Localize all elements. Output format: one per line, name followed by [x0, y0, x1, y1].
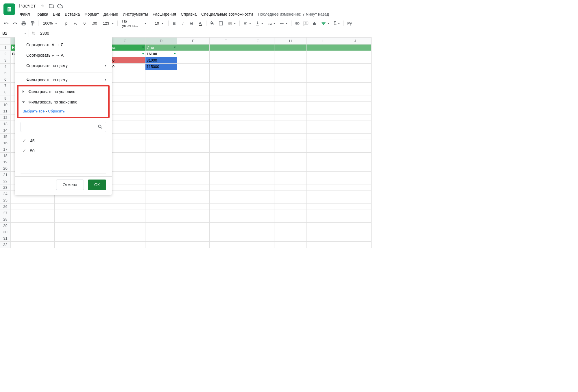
col-header-D[interactable]: D — [145, 38, 177, 45]
reset-link[interactable]: Сбросить — [48, 109, 65, 113]
menu-extensions[interactable]: Расширения — [151, 11, 178, 18]
col-header-J[interactable]: J — [339, 38, 372, 45]
formula-input[interactable]: 2300 — [38, 31, 385, 36]
row-header[interactable]: 16 — [0, 140, 11, 146]
filter-icon[interactable]: ▾ — [142, 45, 144, 49]
filter-by-condition[interactable]: Фильтровать по условию — [19, 86, 108, 97]
cell[interactable]: 115000 — [145, 64, 177, 70]
row-header[interactable]: 18 — [0, 153, 11, 159]
row-header[interactable]: 30 — [0, 229, 11, 235]
search-icon[interactable] — [97, 124, 103, 131]
menu-view[interactable]: Вид — [51, 11, 62, 18]
valign-icon[interactable] — [254, 19, 265, 27]
row-header[interactable]: 13 — [0, 121, 11, 127]
col-header-G[interactable]: G — [242, 38, 274, 45]
row-header[interactable]: 8 — [0, 89, 11, 95]
menu-help[interactable]: Справка — [179, 11, 199, 18]
cell[interactable]: 16100▾ — [145, 51, 177, 57]
number-format-select[interactable]: 123 — [100, 19, 116, 27]
print-icon[interactable] — [20, 19, 28, 27]
cancel-button[interactable]: Отмена — [56, 180, 84, 190]
row-header[interactable]: 2 — [0, 51, 11, 57]
text-color-icon[interactable]: A — [196, 19, 204, 27]
filter-value-item[interactable]: ✓45 — [21, 136, 106, 146]
row-header[interactable]: 21 — [0, 172, 11, 178]
ok-button[interactable]: ОК — [88, 180, 106, 190]
percent-button[interactable]: % — [71, 19, 80, 27]
comment-icon[interactable] — [302, 19, 310, 27]
functions-icon[interactable]: Σ — [332, 19, 342, 27]
sheets-logo[interactable] — [3, 3, 15, 15]
row-header[interactable]: 22 — [0, 178, 11, 184]
cloud-icon[interactable] — [57, 3, 63, 9]
row-header[interactable]: 11 — [0, 108, 11, 114]
row-header[interactable]: 3 — [0, 57, 11, 64]
row-header[interactable]: 32 — [0, 242, 11, 248]
cell[interactable]: 81000 — [145, 57, 177, 64]
row-header[interactable]: 20 — [0, 165, 11, 172]
row-header[interactable]: 9 — [0, 95, 11, 102]
fontsize-select[interactable]: 10 — [152, 19, 167, 27]
row-header[interactable]: 15 — [0, 134, 11, 140]
borders-icon[interactable] — [217, 19, 225, 27]
star-icon[interactable]: ☆ — [40, 3, 46, 9]
strikethrough-icon[interactable]: S — [188, 19, 196, 27]
row-header[interactable]: 28 — [0, 216, 11, 223]
undo-icon[interactable] — [2, 19, 10, 27]
fill-color-icon[interactable] — [208, 19, 216, 27]
halign-icon[interactable] — [241, 19, 253, 27]
scripts-button[interactable]: Рy — [346, 19, 354, 27]
row-header[interactable]: 6 — [0, 76, 11, 83]
menu-edit[interactable]: Правка — [32, 11, 50, 18]
decrease-decimal-icon[interactable]: .0 — [80, 19, 89, 27]
sort-az[interactable]: Сортировать А → Я — [15, 40, 112, 50]
zoom-select[interactable]: 100% — [40, 19, 59, 27]
row-header[interactable]: 24 — [0, 191, 11, 197]
col-header-H[interactable]: H — [274, 38, 307, 45]
row-header[interactable]: 26 — [0, 204, 11, 210]
row-header[interactable]: 14 — [0, 127, 11, 134]
menu-tools[interactable]: Инструменты — [121, 11, 150, 18]
rotate-icon[interactable] — [278, 19, 289, 27]
cell[interactable]: Итог▾ — [145, 45, 177, 51]
row-header[interactable]: 25 — [0, 197, 11, 204]
filter-by-value[interactable]: Фильтровать по значению — [19, 97, 108, 107]
italic-icon[interactable]: I — [179, 19, 187, 27]
sort-by-color[interactable]: Сортировать по цвету — [15, 60, 112, 71]
col-header-E[interactable]: E — [177, 38, 210, 45]
filter-icon[interactable]: ▾ — [174, 45, 176, 49]
filter-by-color[interactable]: Фильтровать по цвету — [15, 75, 112, 85]
cell[interactable] — [177, 45, 210, 51]
row-header[interactable]: 4 — [0, 64, 11, 70]
row-header[interactable]: 23 — [0, 184, 11, 191]
row-header[interactable]: 17 — [0, 146, 11, 153]
filter-icon[interactable] — [319, 19, 331, 27]
select-all-link[interactable]: Выбрать все — [23, 109, 45, 113]
font-select[interactable]: По умолча... — [119, 19, 148, 27]
last-edit[interactable]: Последнее изменение: 7 минут назад — [256, 11, 331, 18]
col-header-I[interactable]: I — [307, 38, 339, 45]
row-header[interactable]: 1 — [0, 45, 11, 51]
redo-icon[interactable] — [11, 19, 19, 27]
cell-reference[interactable]: B2 — [0, 29, 29, 37]
menu-format[interactable]: Формат — [82, 11, 101, 18]
increase-decimal-icon[interactable]: .00 — [90, 19, 99, 27]
filter-value-item[interactable]: ✓50 — [21, 146, 106, 156]
currency-button[interactable]: р. — [63, 19, 71, 27]
row-header[interactable]: 5 — [0, 70, 11, 76]
bold-icon[interactable]: B — [170, 19, 178, 27]
col-header-F[interactable]: F — [210, 38, 242, 45]
move-icon[interactable] — [49, 3, 54, 9]
menu-file[interactable]: Файл — [18, 11, 32, 18]
menu-accessibility[interactable]: Специальные возможности — [199, 11, 255, 18]
chart-icon[interactable] — [311, 19, 319, 27]
paint-format-icon[interactable] — [28, 19, 36, 27]
menu-data[interactable]: Данные — [101, 11, 120, 18]
row-header[interactable]: 7 — [0, 83, 11, 89]
merge-cells-icon[interactable] — [226, 19, 238, 27]
row-header[interactable]: 31 — [0, 235, 11, 242]
wrap-icon[interactable] — [266, 19, 277, 27]
link-icon[interactable] — [293, 19, 301, 27]
menu-insert[interactable]: Вставка — [63, 11, 82, 18]
doc-title[interactable]: Расчёт — [18, 2, 37, 10]
